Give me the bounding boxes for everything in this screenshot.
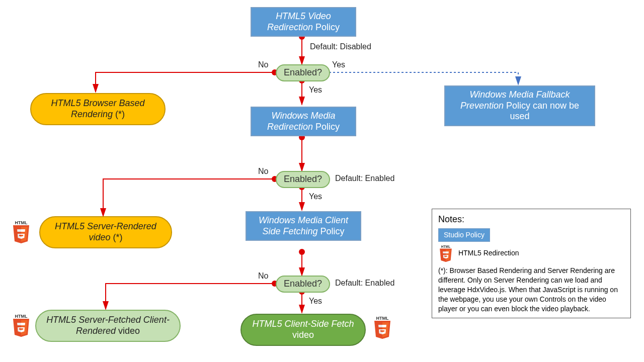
outcome3-plain: video	[116, 326, 140, 336]
outcome1-plain: (*)	[113, 109, 125, 119]
policy-windows-media-client-side-fetching: Windows Media Client Side Fetching Polic…	[246, 211, 361, 241]
label-yes-1: Yes	[332, 60, 345, 69]
label-default-enabled-1: Default: Enabled	[335, 174, 394, 183]
outcome-client-side-fetch: HTML5 Client-Side Fetch video	[240, 314, 366, 346]
outcome1-italic: HTML5 Browser Based Rendering	[51, 98, 144, 119]
policy3-plain: Policy	[318, 226, 345, 236]
outcome-server-rendered: HTML5 Server-Rendered video (*)	[39, 216, 172, 248]
label-default-enabled-2: Default: Enabled	[335, 279, 394, 288]
fallback-prevention-note: Windows Media Fallback Prevention Policy…	[444, 85, 595, 126]
policy-html5-video-redirection: HTML5 Video Redirection Policy	[251, 7, 356, 37]
decision-enabled-2: Enabled?	[276, 171, 330, 188]
outcome-server-fetched-client-rendered: HTML5 Server-Fetched Client-Rendered vid…	[35, 310, 181, 342]
label-yes-1b: Yes	[309, 85, 322, 95]
html5-icon	[438, 245, 453, 262]
label-yes-2: Yes	[309, 192, 322, 201]
outcome3-italic: HTML5 Server-Fetched Client-Rendered	[46, 315, 170, 336]
decision-enabled-1: Enabled?	[276, 64, 330, 81]
outcome2-plain: (*)	[111, 232, 123, 242]
html5-icon	[11, 314, 31, 337]
policy-windows-media-redirection: Windows Media Redirection Policy	[251, 107, 356, 136]
fallback-plain: Policy can now be used	[504, 101, 579, 122]
label-yes-3: Yes	[309, 297, 322, 306]
html5-icon	[372, 316, 392, 339]
outcome4-plain: video	[292, 330, 314, 340]
legend-html5-redirection: HTML5 Redirection	[458, 249, 519, 257]
policy2-plain: Policy	[313, 122, 340, 132]
notes-panel: Notes: Studio Policy HTML5 Redirection (…	[432, 209, 631, 318]
notes-body: (*): Browser Based Rendering and Server …	[438, 266, 624, 313]
label-no-2: No	[258, 167, 268, 176]
outcome4-italic: HTML5 Client-Side Fetch	[252, 319, 354, 329]
legend-studio-policy: Studio Policy	[438, 228, 490, 242]
outcome2-italic: HTML5 Server-Rendered video	[55, 221, 156, 242]
outcome-browser-based-rendering: HTML5 Browser Based Rendering (*)	[30, 93, 166, 125]
html5-icon	[11, 220, 31, 243]
label-default-disabled: Default: Disabled	[310, 42, 371, 51]
label-no-1: No	[258, 60, 268, 69]
decision-enabled-3: Enabled?	[276, 276, 330, 293]
label-no-3: No	[258, 272, 268, 281]
policy1-plain: Policy	[313, 22, 340, 32]
notes-title: Notes:	[438, 213, 624, 225]
